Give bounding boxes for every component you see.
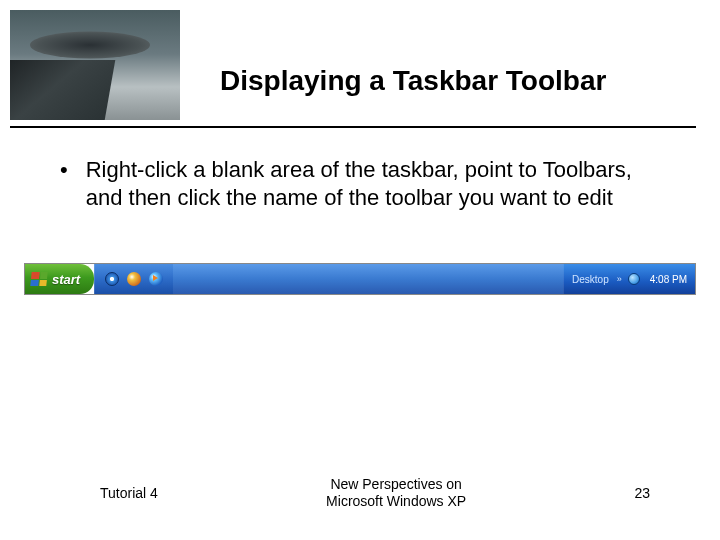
footer-center: New Perspectives on Microsoft Windows XP (326, 476, 466, 510)
bullet-text: Right-click a blank area of the taskbar,… (86, 156, 670, 211)
header-decorative-image (10, 10, 180, 120)
start-button[interactable]: start (25, 264, 94, 294)
media-player-icon[interactable] (149, 272, 163, 286)
slide-header: Displaying a Taskbar Toolbar (0, 0, 720, 120)
windows-taskbar: start Desktop » 4:08 PM (24, 263, 696, 295)
windows-logo-icon (30, 272, 47, 286)
taskbar-empty-area[interactable] (173, 264, 563, 294)
slide-title: Displaying a Taskbar Toolbar (220, 65, 606, 97)
footer-center-line2: Microsoft Windows XP (326, 493, 466, 510)
show-desktop-icon[interactable] (127, 272, 141, 286)
tray-expand-icon[interactable] (628, 273, 640, 285)
quick-launch-bar (94, 264, 173, 294)
start-label: start (52, 272, 80, 287)
desktop-toolbar-label[interactable]: Desktop (572, 274, 609, 285)
slide-content: • Right-click a blank area of the taskba… (0, 120, 720, 211)
bullet-marker: • (60, 156, 68, 184)
bullet-item: • Right-click a blank area of the taskba… (60, 156, 670, 211)
slide-footer: Tutorial 4 New Perspectives on Microsoft… (0, 476, 720, 510)
ie-icon[interactable] (105, 272, 119, 286)
footer-page-number: 23 (634, 485, 650, 501)
footer-left: Tutorial 4 (100, 485, 158, 501)
system-tray: Desktop » 4:08 PM (563, 264, 695, 294)
footer-center-line1: New Perspectives on (326, 476, 466, 493)
clock[interactable]: 4:08 PM (650, 274, 687, 285)
chevron-icon[interactable]: » (617, 274, 622, 284)
title-underline (10, 126, 696, 128)
